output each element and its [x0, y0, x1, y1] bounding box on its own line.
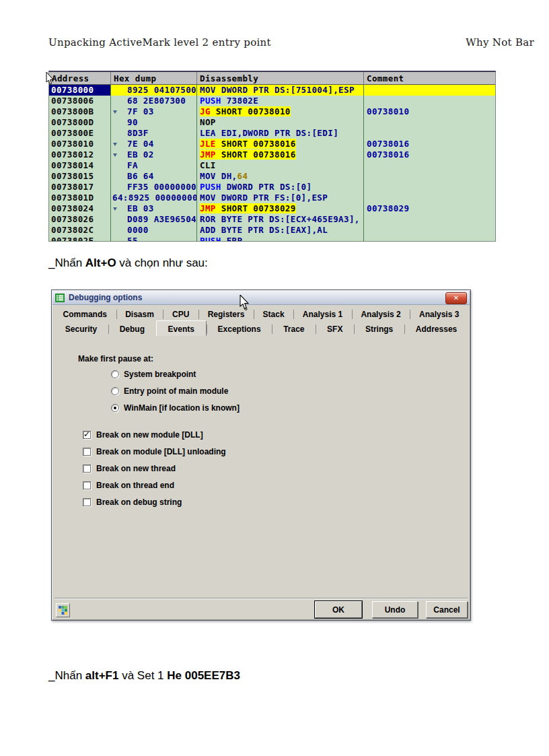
instruction-segment: JG [200, 106, 216, 116]
instruction-segment: SHORT 00738016 [221, 149, 296, 160]
table-row[interactable]: 00738015B6 64MOV DH,64 [49, 171, 495, 182]
group-label: Make first pause at: [78, 354, 153, 364]
address-cell: 00738024 [49, 203, 111, 214]
address-cell: 0073800E [49, 128, 111, 139]
close-button[interactable]: ✕ [445, 292, 467, 304]
table-row[interactable]: 0073800B7F 03JG SHORT 0073801000738010 [49, 106, 495, 117]
dialog-title: Debugging options [69, 293, 142, 302]
jump-arrow-icon [113, 110, 117, 114]
table-row[interactable]: 0073800D90NOP [49, 117, 495, 128]
instruction-segment: ADD BYTE PTR DS:[EAX],AL [200, 225, 328, 235]
comment-cell [364, 193, 495, 203]
table-row[interactable]: 007380107E 04JLE SHORT 0073801600738016 [49, 139, 495, 149]
disassembly-cell: JMP SHORT 00738029 [197, 203, 364, 214]
hex-cell: 8925 04107500 [111, 85, 197, 96]
tab-commands[interactable]: Commands [54, 307, 116, 322]
tab-addresses[interactable]: Addresses [404, 322, 468, 337]
undo-button[interactable]: Undo [372, 601, 418, 618]
disasm-body: 007380008925 04107500MOV DWORD PTR DS:[7… [49, 85, 495, 242]
tab-stack[interactable]: Stack [254, 307, 293, 322]
tab-events[interactable]: Events [156, 320, 207, 336]
tab-sfx[interactable]: SFX [316, 322, 354, 337]
checkbox-break-on-new-module-dll[interactable]: Break on new module [DLL] [83, 430, 226, 440]
column-header-comment[interactable]: Comment [364, 72, 495, 85]
radio-winmain-if-location-is-known[interactable]: WinMain [if location is known] [111, 403, 240, 413]
radio-system-breakpoint[interactable]: System breakpoint [111, 370, 240, 379]
tab-strings[interactable]: Strings [354, 322, 404, 337]
tab-exceptions[interactable]: Exceptions [207, 322, 272, 337]
comment-cell: 00738016 [364, 149, 495, 160]
table-row[interactable]: 0073800E8D3FLEA EDI,DWORD PTR DS:[EDI] [49, 128, 495, 139]
hex-bytes: D089 A3E96504 [127, 214, 196, 224]
comment-cell [364, 96, 495, 106]
table-row[interactable]: 00738026D089 A3E96504ROR BYTE PTR DS:[EC… [49, 214, 495, 225]
address-cell: 00738010 [49, 139, 111, 149]
tab-debug[interactable]: Debug [108, 322, 156, 337]
radio-entry-point-of-main-module[interactable]: Entry point of main module [111, 386, 240, 396]
para1-suffix: và chọn như sau: [116, 256, 208, 269]
shortcut-alt-f1: alt+F1 [85, 669, 119, 682]
shortcut-alt-o: Alt+O [85, 256, 116, 269]
table-row[interactable]: 00738012EB 02JMP SHORT 0073801600738016 [49, 149, 495, 160]
disassembly-cell: NOP [197, 117, 364, 128]
instruction-segment: NOP [200, 117, 216, 127]
column-header-address[interactable]: Address [49, 72, 111, 85]
table-row[interactable]: 00738014FACLI [49, 160, 495, 171]
checkbox-break-on-new-thread[interactable]: Break on new thread [83, 464, 226, 473]
instruction-paragraph-1: _Nhấn Alt+O và chọn như sau: [48, 256, 208, 270]
cancel-button[interactable]: Cancel [426, 601, 468, 618]
tab-analysis-1[interactable]: Analysis 1 [293, 307, 352, 322]
column-header-disassembly[interactable]: Disassembly [197, 72, 364, 85]
hex-bytes: 0000 [127, 225, 149, 235]
tab-security[interactable]: Security [54, 322, 108, 337]
column-header-hex-dump[interactable]: Hex dump [111, 72, 197, 85]
table-row[interactable]: 00738024EB 03JMP SHORT 0073802900738029 [49, 203, 495, 214]
para1-prefix: _Nhấn [48, 256, 85, 269]
dialog-title-bar[interactable]: Debugging options ✕ [52, 291, 470, 305]
instruction-segment: PUSH [200, 96, 221, 106]
hex-bytes: EB 03 [127, 203, 154, 213]
address-cell: 00738000 [49, 85, 111, 96]
tab-analysis-2[interactable]: Analysis 2 [352, 307, 410, 322]
table-row[interactable]: 007380008925 04107500MOV DWORD PTR DS:[7… [49, 85, 495, 96]
instruction-paragraph-2: _Nhấn alt+F1 và Set 1 He 005EE7B3 [48, 669, 240, 683]
address-cell: 0073802E [49, 236, 111, 242]
hex-cell: B6 64 [111, 171, 197, 182]
address-cell: 00738026 [49, 214, 111, 225]
tab-cpu[interactable]: CPU [163, 307, 198, 322]
checkbox-break-on-module-dll-unloading[interactable]: Break on module [DLL] unloading [83, 447, 226, 456]
hex-cell: 64:8925 00000000 [111, 193, 197, 203]
table-row[interactable]: 0073802C0000ADD BYTE PTR DS:[EAX],AL [49, 225, 495, 236]
tab-trace[interactable]: Trace [272, 322, 316, 337]
comment-cell: 00738016 [364, 139, 495, 149]
checkbox-break-on-thread-end[interactable]: Break on thread end [83, 481, 226, 490]
comment-cell [364, 128, 495, 139]
disassembly-cell: PUSH 73802E [197, 96, 364, 106]
table-row[interactable]: 00738017FF35 00000000PUSH DWORD PTR DS:[… [49, 182, 495, 193]
disasm-header: Address Hex dump Disassembly Comment [49, 72, 495, 85]
breakpoint-address: He 005EE7B3 [167, 669, 240, 682]
instruction-segment: PUSH [200, 236, 221, 242]
tab-analysis-3[interactable]: Analysis 3 [410, 307, 468, 322]
disassembly-cell: CLI [197, 160, 364, 171]
palette-icon-button[interactable] [56, 603, 70, 617]
mouse-cursor-icon [240, 295, 250, 311]
page-header-left: Unpacking ActiveMark level 2 entry point [48, 36, 271, 48]
checkbox-break-on-debug-string[interactable]: Break on debug string [83, 497, 226, 507]
instruction-segment: MOV DWORD PTR FS:[0],ESP [200, 193, 328, 203]
hex-bytes: 64:8925 00000000 [112, 193, 197, 203]
table-row[interactable]: 0073801D64:8925 00000000MOV DWORD PTR FS… [49, 193, 495, 203]
table-row[interactable]: 0073800668 2E807300PUSH 73802E [49, 96, 495, 106]
tab-disasm[interactable]: Disasm [116, 307, 163, 322]
address-cell: 00738012 [49, 149, 111, 160]
comment-cell [364, 236, 495, 242]
hex-cell: FF35 00000000 [111, 182, 197, 193]
address-cell: 0073800B [49, 106, 111, 117]
disassembly-cell: MOV DH,64 [197, 171, 364, 182]
instruction-segment: MOV DWORD PTR DS:[751004],ESP [200, 85, 355, 95]
disassembly-cell: JG SHORT 00738010 [197, 106, 364, 117]
address-cell: 00738017 [49, 182, 111, 193]
table-row[interactable]: 0073802E55PUSH EBP [49, 236, 495, 242]
hex-cell: 7F 03 [111, 106, 197, 117]
ok-button[interactable]: OK [315, 601, 362, 618]
